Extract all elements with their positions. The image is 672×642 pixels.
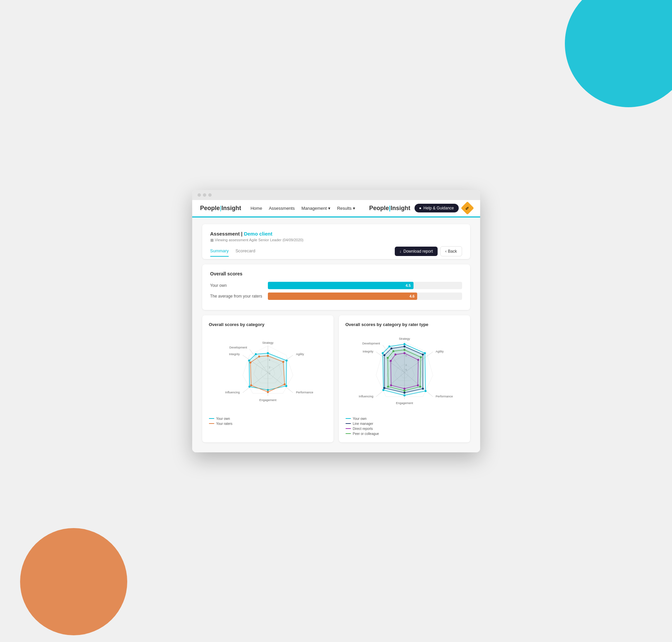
svg-point-34 [249,361,251,363]
nav-item-management[interactable]: Management ▾ [301,205,330,211]
score-row-own: Your own 4.5 [210,282,462,289]
score-value-own: 4.5 [406,283,410,287]
nav-links: Home Assessments Management ▾ Results ▾ [250,205,355,211]
browser-dot-1 [198,193,201,197]
svg-point-27 [255,353,257,355]
legend-dot-orange [209,423,214,424]
chart-right-card: Overall scores by category by rater type [339,315,470,442]
radar-chart-right: Strategy Agility Performance Engagement … [356,332,453,413]
client-name: Demo client [244,231,272,236]
chart-bar-icon: ▦ [210,238,214,242]
chart-right-container: Strategy Agility Performance Engagement … [345,332,463,413]
navbar-left: People|Insight Home Assessments Manageme… [200,205,355,212]
score-label-raters: The average from your raters [210,294,264,298]
legend-item-line-manager: Line manager [345,422,463,425]
svg-point-70 [383,387,385,389]
navbar-logo-right: People|Insight [369,205,410,212]
svg-point-26 [248,360,250,361]
svg-text:Integrity: Integrity [229,352,240,356]
overall-scores-section: Overall scores Your own 4.5 The average … [202,265,470,310]
nav-item-assessments[interactable]: Assessments [269,205,295,211]
score-row-raters: The average from your raters 4.6 [210,293,462,300]
help-guidance-button[interactable]: ● Help & Guidance [414,204,459,213]
svg-text:Strategy: Strategy [262,341,274,345]
svg-point-86 [387,386,389,388]
svg-text:Strategy: Strategy [399,337,410,341]
pencil-icon: ✏ [461,201,474,215]
svg-point-64 [388,345,391,347]
nav-link-results[interactable]: Results ▾ [337,206,355,211]
nav-link-assessments[interactable]: Assessments [269,206,295,211]
browser-dot-3 [208,193,212,197]
nav-link-home[interactable]: Home [250,206,262,211]
overall-scores-title: Overall scores [210,271,462,277]
download-icon: ↓ [399,249,401,254]
chart-right-legend: Your own Line manager Direct reports Pee… [345,417,463,436]
svg-text:Agility: Agility [296,352,304,356]
svg-point-62 [382,389,384,391]
svg-point-33 [250,384,252,386]
svg-point-72 [391,347,392,349]
chart-left-card: Overall scores by category [202,315,333,442]
svg-point-32 [267,391,269,393]
back-button[interactable]: ‹ Back [440,246,462,256]
score-value-raters: 4.6 [409,294,414,298]
score-bar-own: 4.5 [268,282,413,289]
svg-point-68 [422,388,424,390]
svg-marker-81 [388,350,421,391]
tabs: Summary Scorecard [210,248,255,257]
legend-item-peer: Peer or colleague [345,432,463,436]
nav-item-home[interactable]: Home [250,205,262,211]
logo-text-people: People [200,205,220,212]
svg-text:Influencing: Influencing [359,395,373,398]
svg-text:Integrity: Integrity [362,350,373,353]
tab-scorecard[interactable]: Scorecard [235,248,255,257]
svg-point-30 [282,361,284,363]
download-report-button[interactable]: ↓ Download report [395,247,438,256]
help-icon: ● [419,206,422,210]
svg-point-83 [420,356,422,358]
nav-link-management[interactable]: Management ▾ [301,206,330,211]
legend-dot-purple [345,428,351,429]
content-area: Assessment | Demo client ▦ Viewing asses… [192,217,480,452]
radar-chart-left: Strategy Agility Performance Engagement … [221,332,315,413]
svg-text:Performance: Performance [436,395,453,398]
assessment-title: Assessment | Demo client [210,231,462,236]
tab-summary[interactable]: Summary [210,248,229,257]
chevron-left-icon: ‹ [445,249,447,254]
svg-point-25 [248,386,250,388]
svg-point-87 [387,357,389,359]
score-bar-raters: 4.6 [268,293,418,300]
svg-point-82 [404,349,406,351]
nav-item-results[interactable]: Results ▾ [337,205,355,211]
legend-item-own: Your own [209,417,327,421]
svg-point-31 [284,383,286,385]
bg-circle-teal [565,0,672,107]
score-label-own: Your own [210,283,264,288]
svg-point-61 [404,394,406,396]
assessment-card: Assessment | Demo client ▦ Viewing asses… [202,224,470,259]
logo-text-insight: Insight [221,205,241,212]
legend-item-own-right: Your own [345,417,463,421]
assessment-subtitle: ▦ Viewing assessment Agile Senior Leader… [210,238,462,242]
legend-item-raters: Your raters [209,422,327,425]
browser-chrome [192,190,480,200]
svg-point-85 [404,390,406,392]
svg-text:Engagement: Engagement [396,401,413,405]
svg-point-67 [422,354,424,356]
svg-text:Performance: Performance [296,391,313,394]
legend-dot-teal-right [345,418,351,419]
svg-text:Influencing: Influencing [225,391,240,394]
chart-left-legend: Your own Your raters [209,417,327,425]
chart-right-title: Overall scores by category by rater type [345,322,463,327]
svg-marker-28 [250,356,285,392]
navbar-right: People|Insight ● Help & Guidance ✏ [369,203,472,213]
legend-item-direct-reports: Direct reports [345,427,463,431]
svg-point-29 [267,355,269,357]
svg-point-35 [258,356,260,358]
svg-point-63 [382,352,384,354]
score-bar-container-own: 4.5 [268,282,462,289]
svg-point-84 [419,386,421,388]
svg-point-66 [404,345,406,347]
svg-point-21 [267,352,269,354]
